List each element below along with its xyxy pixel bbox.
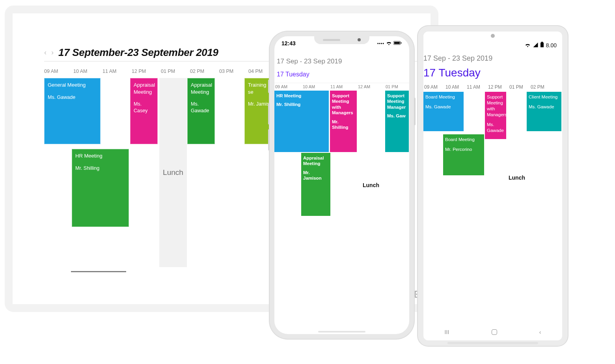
lunch-label: Lunch (163, 168, 183, 177)
date-range-title: 17 September-23 September 2019 (58, 46, 218, 59)
status-bar: 8.00 (525, 42, 557, 48)
side-button (268, 80, 270, 93)
battery-icon (393, 40, 402, 46)
iphone-device: 12:43 •••• 17 Sep - 23 Sep 2019 17 Tuesd… (270, 32, 414, 339)
time-tick: 02 PM (190, 69, 204, 74)
time-axis: 09 AM 10 AM 11 AM 12 PM 01 PM 02 PM (423, 83, 562, 92)
time-tick: 04 PM (248, 69, 263, 74)
time-tick: 11 AM (102, 69, 116, 74)
event-owner: Mr. Shilling (276, 102, 327, 107)
side-button (268, 103, 270, 124)
calendar-header: 17 Sep - 23 Sep 2019 17 Tuesday (423, 54, 562, 79)
event-title: Support Meeting with Managers (332, 93, 355, 116)
event-title: Client Meeting (529, 94, 559, 100)
lunch-label: Lunch (509, 175, 525, 181)
time-tick: 12 AM (358, 84, 370, 89)
event-block[interactable]: HR Meeting Mr. Shilling (274, 91, 329, 152)
event-owner: Ms. Gawade (529, 104, 559, 110)
horizontal-scrollbar[interactable] (71, 271, 126, 272)
android-screen: 17 Sep - 23 Sep 2019 17 Tuesday 09 AM 10… (423, 54, 562, 323)
event-block[interactable]: Appraisal Meeting Ms. Gawade (187, 78, 215, 144)
timeline-grid[interactable]: Lunch Board Meeting Ms. Gawade Support M… (423, 92, 562, 312)
time-tick: 09 AM (275, 84, 287, 89)
calendar-header: 17 Sep - 23 Sep 2019 17 Tuesday (274, 54, 409, 78)
wifi-icon (525, 42, 531, 48)
event-owner: Ms. Gawade (487, 122, 504, 134)
event-block[interactable]: Board Meeting Mr. Percorino (443, 134, 484, 175)
day-label: 17 Tuesday (277, 71, 409, 78)
status-time: 8.00 (546, 42, 557, 48)
event-owner: Mr. Shilling (75, 165, 125, 172)
svg-rect-2 (401, 42, 402, 43)
lunch-slot: Lunch (357, 91, 385, 327)
event-owner: Mr. Percorino (445, 147, 482, 152)
cellular-icon: •••• (377, 41, 384, 46)
android-nav-bar: III ‹ (423, 326, 562, 338)
svg-rect-4 (540, 43, 544, 47)
time-tick: 01 PM (161, 69, 175, 74)
lunch-slot: Lunch (159, 78, 187, 267)
battery-icon (540, 42, 544, 48)
status-bar: 12:43 •••• (281, 39, 402, 47)
event-title: General Meeting (48, 82, 97, 89)
time-tick: 03 PM (219, 69, 233, 74)
home-indicator[interactable] (318, 331, 365, 332)
event-title: Appraisal Meeting (134, 82, 154, 95)
status-time: 12:43 (281, 40, 296, 46)
lunch-slot: Lunch (507, 92, 527, 312)
home-button[interactable] (492, 329, 497, 335)
event-block[interactable]: Client Meeting Ms. Gawade (527, 92, 561, 131)
svg-rect-1 (394, 42, 400, 44)
event-owner: Ms. Gawade (48, 94, 97, 101)
cellular-icon (533, 42, 538, 48)
time-tick: 12 PM (488, 84, 502, 90)
timeline-grid[interactable]: Lunch HR Meeting Mr. Shilling Support Me… (274, 91, 409, 327)
event-block[interactable]: Board Meeting Ms. Gawade (423, 92, 464, 131)
time-tick: 01 PM (386, 84, 398, 89)
time-tick: 11 AM (330, 84, 343, 89)
time-tick: 10 AM (303, 84, 315, 89)
recents-button[interactable]: III (445, 329, 449, 335)
time-tick: 11 AM (467, 84, 480, 90)
event-owner: Ms. Gaw (387, 113, 407, 119)
date-range-title: 17 Sep - 23 Sep 2019 (277, 58, 409, 65)
event-block[interactable]: Appraisal Meeting Ms. Casey (130, 78, 158, 144)
event-title: Support Meeting with Managers (487, 94, 504, 118)
event-owner: Mr. Jamison (303, 170, 328, 181)
event-title: Training se (248, 82, 269, 95)
event-block[interactable]: HR Meeting Mr. Shilling (72, 149, 129, 227)
side-button (414, 98, 416, 125)
camera-icon (491, 34, 495, 38)
event-title: HR Meeting (276, 93, 327, 98)
back-button[interactable]: ‹ (539, 329, 541, 335)
time-tick: 10 AM (445, 84, 459, 90)
time-tick: 01 PM (509, 84, 523, 90)
speaker-icon (447, 342, 538, 344)
event-block[interactable]: Support Meeting with Managers Mr. Shilli… (330, 91, 357, 152)
event-title: Appraisal Meeting (303, 155, 328, 167)
event-title: Board Meeting (425, 94, 462, 100)
prev-arrow-icon[interactable]: ‹ (44, 48, 47, 57)
event-title: Board Meeting (445, 137, 482, 143)
lunch-label: Lunch (363, 182, 379, 188)
android-device: 8.00 17 Sep - 23 Sep 2019 17 Tuesday 09 … (418, 26, 568, 346)
event-title: Appraisal Meeting (191, 82, 211, 95)
iphone-screen: 17 Sep - 23 Sep 2019 17 Tuesday 09 AM 10… (274, 54, 409, 329)
event-owner: Mr. Jamis (248, 101, 269, 108)
side-button (268, 129, 270, 150)
event-block[interactable]: Appraisal Meeting Mr. Jamison (301, 153, 330, 216)
event-title: HR Meeting (75, 152, 125, 160)
status-icons: •••• (377, 40, 402, 46)
time-tick: 10 AM (73, 69, 87, 74)
next-arrow-icon[interactable]: › (51, 48, 54, 57)
event-owner: Ms. Gawade (425, 104, 462, 110)
event-owner: Ms. Gawade (191, 101, 211, 114)
event-title: Support Meeting Manager (387, 93, 407, 110)
event-owner: Ms. Casey (134, 101, 154, 114)
event-block[interactable]: Support Meeting with Managers Ms. Gawade (485, 92, 506, 139)
event-block[interactable]: Support Meeting Manager Ms. Gaw (385, 91, 409, 152)
svg-rect-3 (541, 42, 543, 43)
event-block[interactable]: General Meeting Ms. Gawade (44, 78, 101, 144)
time-axis: 09 AM 10 AM 11 AM 12 AM 01 PM (274, 83, 409, 91)
time-tick: 12 PM (132, 69, 146, 74)
